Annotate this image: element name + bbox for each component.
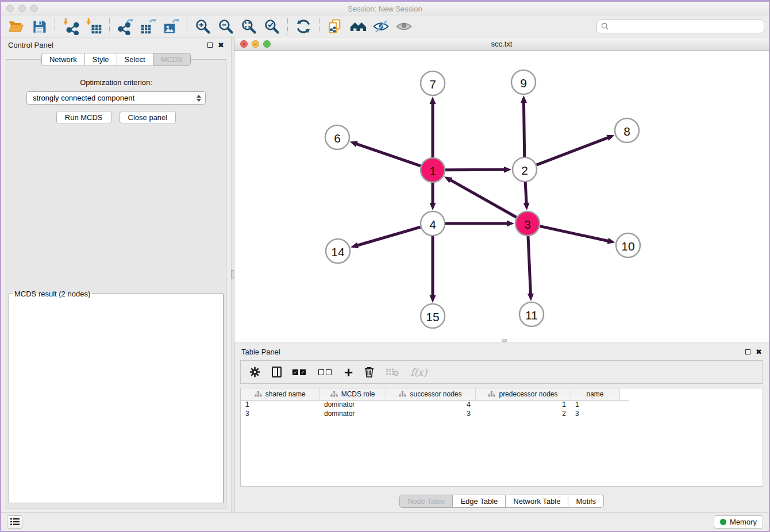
table-cell[interactable]: dominator [319, 409, 386, 418]
import-network-button[interactable] [59, 17, 82, 36]
show-column-button[interactable] [272, 367, 282, 377]
table-cell-filler [619, 400, 629, 409]
run-mcds-button[interactable]: Run MCDS [56, 111, 111, 124]
zoom-out-button[interactable] [214, 17, 237, 36]
window-zoom-button[interactable] [30, 5, 38, 12]
graph-edge-2-9[interactable] [523, 102, 524, 157]
save-icon [32, 19, 47, 34]
graph-arrowhead-2-8 [606, 135, 614, 141]
graph-node-label-2: 2 [521, 164, 528, 177]
reset-view-button[interactable] [346, 17, 369, 36]
export-network-button[interactable] [114, 17, 137, 36]
save-session-button[interactable] [28, 17, 51, 36]
memory-button[interactable]: Memory [714, 515, 763, 529]
hide-selected-button[interactable] [369, 17, 392, 36]
graph-edge-3-11[interactable] [528, 236, 531, 295]
plus-icon: + [344, 367, 353, 378]
graph-arrowhead-1-6 [350, 141, 358, 147]
deselect-all-rows-button[interactable] [318, 369, 333, 375]
graph-node-label-11: 11 [525, 309, 538, 322]
show-all-button[interactable] [392, 17, 415, 36]
table-tab-node-table[interactable]: Node Table [399, 495, 453, 508]
clone-network-icon [327, 18, 343, 34]
tab-style[interactable]: Style [85, 53, 117, 66]
column-header-predecessor-nodes[interactable]: predecessor nodes [475, 388, 571, 400]
export-table-button[interactable] [137, 17, 160, 36]
graph-node-label-8: 8 [623, 125, 630, 138]
close-control-panel-icon[interactable]: ✖ [218, 41, 224, 49]
zoom-fit-button[interactable] [237, 17, 260, 36]
graph-arrowhead-3-10 [607, 238, 615, 244]
toolbar-separator [287, 18, 288, 34]
table-cell[interactable]: 4 [386, 400, 475, 409]
tab-mcds[interactable]: MCDS [153, 53, 191, 66]
table-cell[interactable]: 2 [475, 409, 571, 418]
tab-select[interactable]: Select [117, 53, 153, 66]
select-all-rows-button[interactable]: ✓✓ [292, 369, 307, 375]
column-header-shared-name[interactable]: shared name [241, 388, 319, 400]
table-tabs-row: Node TableEdge TableNetwork TableMotifs [234, 495, 769, 512]
export-image-button[interactable] [160, 17, 183, 36]
toolbar-separator [55, 18, 55, 34]
close-table-panel-icon[interactable]: ✖ [756, 348, 762, 356]
delete-rows-button[interactable] [364, 366, 375, 378]
table-tab-motifs[interactable]: Motifs [568, 495, 604, 508]
close-panel-button[interactable]: Close panel [120, 111, 176, 124]
table-cell[interactable]: 3 [571, 409, 619, 418]
column-header-mcds-role[interactable]: MCDS role [319, 388, 386, 400]
column-header-successor-nodes[interactable]: successor nodes [386, 388, 475, 400]
clone-network-button[interactable] [324, 17, 346, 36]
graph-edge-1-2[interactable] [445, 169, 505, 170]
open-session-button[interactable] [5, 17, 28, 36]
graph-edge-3-1[interactable] [450, 180, 517, 218]
table-cell[interactable]: 1 [241, 400, 319, 409]
column-header-filler [619, 388, 629, 400]
list-icon [10, 518, 20, 526]
control-panel-title: Control Panel [8, 41, 53, 49]
import-table-button[interactable] [82, 17, 105, 36]
window-close-button[interactable] [6, 5, 14, 12]
table-settings-button[interactable] [249, 366, 261, 378]
table-tab-edge-table[interactable]: Edge Table [453, 495, 506, 508]
network-canvas[interactable]: 1234678910111415 [234, 51, 769, 342]
table-cell[interactable]: 1 [571, 400, 619, 409]
tab-network[interactable]: Network [41, 53, 85, 66]
table-cell[interactable]: dominator [319, 400, 386, 409]
zoom-selected-button[interactable] [260, 17, 283, 36]
graph-edge-3-10[interactable] [540, 226, 609, 241]
task-history-button[interactable] [7, 515, 22, 529]
status-bar: Memory [1, 512, 769, 531]
graph-edge-2-3[interactable] [525, 182, 526, 204]
table-cell[interactable]: 3 [241, 409, 319, 418]
table-cell[interactable]: 3 [386, 409, 475, 418]
criterion-select[interactable]: strongly connected component [26, 91, 206, 105]
graph-edge-1-6[interactable] [356, 144, 421, 166]
graph-edge-4-14[interactable] [357, 227, 421, 245]
window-minimize-button[interactable] [18, 5, 26, 12]
import-table-icon [85, 18, 102, 35]
zoom-fit-icon [241, 18, 257, 34]
graph-node-label-7: 7 [429, 78, 436, 91]
mcds-result-list[interactable]: 13 [9, 298, 217, 299]
float-table-panel-icon[interactable] [745, 349, 750, 354]
table-row[interactable]: 3dominator323 [241, 409, 629, 418]
window-title: Session: New Session [1, 2, 769, 16]
main-toolbar [1, 16, 769, 37]
graph-node-label-6: 6 [334, 132, 341, 145]
table-panel: Table Panel ✖ ✓✓ + f(x) [234, 342, 769, 512]
canvas-resize-handle[interactable] [502, 339, 507, 342]
search-input[interactable] [611, 22, 760, 31]
float-control-panel-icon[interactable] [207, 43, 213, 48]
graph-edge-2-8[interactable] [537, 137, 609, 165]
table-cell[interactable]: 1 [475, 400, 571, 409]
zoom-in-button[interactable] [191, 17, 214, 36]
column-header-name[interactable]: name [571, 388, 619, 400]
graph-node-label-15: 15 [426, 310, 439, 323]
toolbar-separator [319, 18, 319, 34]
apply-layout-button[interactable] [292, 17, 315, 36]
add-row-button[interactable]: + [344, 367, 353, 378]
eye-slash-icon [372, 18, 390, 35]
table-tab-network-table[interactable]: Network Table [506, 495, 568, 508]
table-row[interactable]: 1dominator411 [241, 400, 629, 409]
network-graph[interactable]: 1234678910111415 [234, 51, 768, 340]
